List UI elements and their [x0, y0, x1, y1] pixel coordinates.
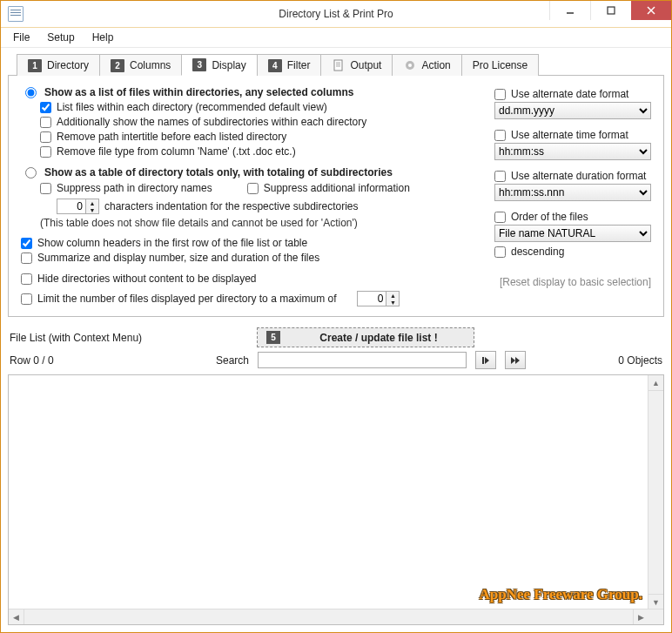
svg-marker-12 [511, 357, 515, 364]
tab-label: Pro License [473, 59, 528, 71]
chk-alt-date-label: Use alternate date format [511, 87, 628, 101]
spinner-down-icon[interactable]: ▼ [386, 299, 399, 306]
tab-filter[interactable]: 4Filter [257, 54, 322, 76]
chk-list-files[interactable] [40, 102, 51, 113]
search-input[interactable] [258, 352, 467, 368]
chk-suppress-path-label: Suppress path in directory names [57, 181, 212, 195]
chk-remove-intertitle[interactable] [40, 131, 51, 143]
close-button[interactable] [631, 1, 671, 20]
chk-show-subdir-names[interactable] [40, 117, 51, 128]
create-update-button[interactable]: 5 Create / update file list ! [257, 327, 474, 347]
chk-hide-empty[interactable] [21, 273, 32, 285]
svg-rect-10 [482, 357, 484, 364]
scroll-left-icon[interactable]: ◀ [9, 609, 24, 624]
tab-columns[interactable]: 2Columns [99, 54, 182, 76]
scrollbar-horizontal[interactable]: ◀ ▶ [9, 609, 663, 624]
search-next-button[interactable] [475, 351, 496, 369]
file-list-label: File List (with Context Menu) [10, 332, 245, 344]
search-fast-next-button[interactable] [505, 351, 526, 369]
chk-order-files-label: Order of the files [511, 210, 588, 224]
chk-remove-intertitle-label: Remove path intertitle before each liste… [57, 130, 286, 144]
page-icon [332, 59, 345, 72]
tab-num-icon: 4 [268, 59, 282, 72]
svg-rect-4 [334, 60, 342, 71]
chk-alt-date[interactable] [494, 89, 506, 100]
select-date-format[interactable]: dd.mm.yyyy [494, 102, 651, 119]
spinner-up-icon[interactable]: ▲ [86, 199, 98, 206]
svg-marker-11 [485, 357, 489, 364]
objects-count: 0 Objects [618, 354, 662, 367]
radio-show-table-label: Show as a table of directory totals only… [44, 166, 393, 178]
tab-output[interactable]: Output [320, 54, 393, 76]
menu-setup[interactable]: Setup [40, 30, 81, 45]
create-update-label: Create / update file list ! [292, 332, 465, 344]
radio-show-list-label: Show as a list of files within directori… [44, 86, 353, 98]
tab-pro-license[interactable]: Pro License [461, 54, 539, 76]
spinner-up-icon[interactable]: ▲ [386, 292, 399, 299]
chk-alt-time-label: Use alternate time format [511, 128, 628, 142]
app-icon [8, 6, 24, 22]
table-note: (This table does not show file details a… [40, 217, 480, 229]
select-duration-format[interactable]: hh:mm:ss.nnn [494, 184, 651, 201]
tab-num-icon: 3 [192, 58, 206, 71]
scrollbar-vertical[interactable]: ▲ ▼ [648, 375, 663, 624]
chk-alt-duration[interactable] [494, 171, 506, 182]
gear-icon [403, 59, 416, 72]
scroll-down-icon[interactable]: ▼ [648, 594, 663, 609]
chk-remove-filetype-label: Remove file type from column 'Name' (.tx… [57, 145, 296, 158]
chk-alt-duration-label: Use alternate duration format [511, 169, 646, 183]
chk-list-files-label: List files within each directory (recomm… [57, 100, 327, 114]
maximize-button[interactable] [590, 1, 631, 20]
chk-suppress-path[interactable] [40, 183, 51, 194]
chk-descending[interactable] [494, 246, 506, 258]
indent-spinner-input[interactable] [57, 199, 86, 214]
tab-num-icon: 2 [111, 59, 124, 72]
tab-label: Columns [130, 59, 171, 71]
tab-label: Directory [47, 59, 89, 71]
chk-remove-filetype[interactable] [40, 146, 51, 158]
scroll-corner [648, 609, 663, 624]
svg-rect-1 [608, 7, 615, 14]
spinner-down-icon[interactable]: ▼ [86, 206, 98, 213]
chk-limit-files-label: Limit the number of files displayed per … [37, 292, 336, 306]
minimize-button[interactable] [549, 1, 590, 20]
chk-show-headers-label: Show column headers in the first row of … [37, 236, 307, 250]
reset-display-link[interactable]: [Reset display to basic selection] [494, 276, 651, 288]
chk-suppress-additional[interactable] [247, 183, 259, 194]
radio-show-list[interactable] [25, 87, 37, 98]
tab-label: Output [350, 59, 381, 71]
menu-help[interactable]: Help [85, 30, 121, 45]
radio-show-table[interactable] [25, 167, 37, 178]
chk-descending-label: descending [511, 245, 564, 259]
svg-point-9 [408, 64, 412, 67]
step-num-icon: 5 [266, 331, 280, 344]
tab-label: Display [212, 59, 245, 71]
scroll-up-icon[interactable]: ▲ [648, 375, 663, 391]
chk-suppress-additional-label: Suppress additional information [264, 181, 410, 195]
chk-limit-files[interactable] [21, 293, 32, 305]
chk-hide-empty-label: Hide directories without content to be d… [37, 272, 256, 286]
chk-show-headers[interactable] [21, 238, 32, 249]
select-time-format[interactable]: hh:mm:ss [494, 143, 651, 160]
tab-directory[interactable]: 1Directory [17, 54, 100, 76]
tab-display[interactable]: 3Display [181, 54, 257, 76]
svg-marker-13 [515, 357, 520, 364]
chk-order-files[interactable] [494, 212, 506, 223]
chk-alt-time[interactable] [494, 130, 506, 141]
menu-file[interactable]: File [6, 30, 37, 45]
file-list-area[interactable]: ▲ ▼ ◀ ▶ AppNee Freeware Group. [8, 374, 664, 625]
indent-label: characters indentation for the respectiv… [104, 199, 359, 213]
scroll-right-icon[interactable]: ▶ [633, 609, 648, 624]
select-order[interactable]: File name NATURAL [494, 225, 651, 242]
row-counter: Row 0 / 0 [10, 354, 205, 367]
tab-num-icon: 1 [28, 59, 42, 72]
chk-summarize-label: Summarize and display number, size and d… [37, 251, 319, 265]
limit-spinner-input[interactable] [357, 291, 386, 306]
chk-summarize[interactable] [21, 253, 32, 264]
tab-label: Action [421, 59, 450, 71]
tab-action[interactable]: Action [392, 54, 461, 76]
watermark: AppNee Freeware Group. [480, 586, 642, 603]
search-label: Search [214, 354, 249, 367]
chk-show-subdir-names-label: Additionally show the names of subdirect… [57, 115, 366, 129]
tab-label: Filter [287, 59, 311, 71]
